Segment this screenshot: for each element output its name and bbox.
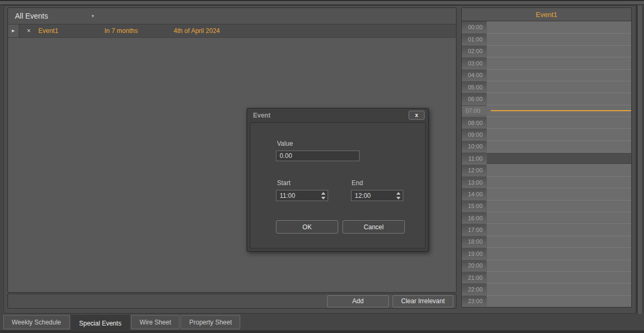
hour-row-21:00: 21:00 (462, 271, 631, 283)
hour-row-20:00: 20:00 (462, 260, 631, 271)
hour-label: 14:00 (462, 188, 486, 199)
end-time-field[interactable] (352, 190, 394, 201)
hour-cell[interactable] (486, 200, 631, 212)
hour-row-19:00: 19:00 (462, 247, 631, 259)
event-list-toolbar: Add Clear Irrelevant (7, 294, 456, 309)
hour-row-11:00: 11:00 (462, 152, 631, 164)
tab-property-sheet[interactable]: Property Sheet (181, 315, 240, 329)
hour-cell[interactable] (486, 21, 631, 33)
hour-cell[interactable] (486, 45, 631, 57)
end-spinner (394, 190, 403, 201)
hour-cell[interactable] (486, 295, 631, 307)
start-time-field[interactable] (276, 190, 319, 201)
hour-label: 12:00 (462, 164, 486, 176)
hour-row-06:00: 06:00 (462, 93, 631, 104)
spin-down-icon[interactable] (396, 197, 401, 199)
hour-cell[interactable] (486, 176, 631, 188)
hour-label: 01:00 (462, 33, 486, 45)
hour-label: 00:00 (462, 21, 486, 33)
dialog-body: Value Start End OK Cancel (250, 122, 426, 248)
hour-label: 13:00 (462, 176, 486, 188)
hour-row-00:00: 00:00 (462, 21, 631, 33)
hour-cell[interactable] (486, 164, 631, 176)
hour-cell[interactable] (486, 69, 631, 81)
hour-row-04:00: 04:00 (462, 69, 631, 81)
hour-row-08:00: 08:00 (462, 116, 631, 128)
hour-row-16:00: 16:00 (462, 212, 631, 223)
day-schedule-panel: Event1 07:00 00:0001:0002:0003:0004:0005… (461, 7, 632, 307)
hour-label: 20:00 (462, 260, 486, 271)
value-label: Value (277, 140, 293, 147)
day-grid: 07:00 00:0001:0002:0003:0004:0005:0006:0… (461, 21, 632, 307)
hour-row-09:00: 09:00 (462, 128, 631, 140)
start-time-stepper (276, 190, 328, 201)
hour-cell[interactable] (486, 247, 631, 259)
hour-label: 23:00 (462, 295, 486, 307)
hour-label: 15:00 (462, 200, 486, 212)
hour-label: 17:00 (462, 223, 486, 235)
hour-cell[interactable] (486, 212, 631, 223)
spin-down-icon[interactable] (321, 197, 325, 199)
top-toolbar-edge (0, 0, 644, 5)
hour-row-17:00: 17:00 (462, 223, 631, 235)
hour-label: 09:00 (462, 128, 486, 140)
tab-weekly-schedule[interactable]: Weekly Schedule (3, 315, 70, 329)
tab-wire-sheet[interactable]: Wire Sheet (131, 315, 180, 329)
hour-row-12:00: 12:00 (462, 164, 631, 176)
hour-label: 06:00 (462, 93, 486, 104)
hour-cell[interactable] (486, 93, 631, 104)
value-field[interactable] (276, 151, 360, 161)
clear-irrelevant-button[interactable]: Clear Irrelevant (393, 295, 453, 307)
event-filter-label: All Events (15, 12, 48, 20)
hour-label: 19:00 (462, 247, 486, 259)
hour-cell[interactable] (486, 236, 631, 247)
hour-cell[interactable] (486, 128, 631, 140)
hour-cell[interactable] (486, 57, 631, 69)
day-schedule-title: Event1 (461, 7, 632, 21)
hour-row-10:00: 10:00 (462, 140, 631, 152)
hour-row-03:00: 03:00 (462, 57, 631, 69)
hour-cell[interactable] (486, 116, 631, 128)
hour-row-23:00: 23:00 (462, 295, 631, 307)
hour-cell[interactable] (486, 152, 631, 164)
start-spinner (319, 190, 328, 201)
time-marker-line (486, 110, 631, 111)
view-tab-bar: Weekly ScheduleSpecial EventsWire SheetP… (3, 315, 240, 330)
hour-row-01:00: 01:00 (462, 33, 631, 45)
hour-cell[interactable] (486, 140, 631, 152)
ok-button[interactable]: OK (276, 220, 338, 234)
tab-special-events[interactable]: Special Events (71, 315, 130, 331)
end-label: End (352, 179, 363, 187)
end-time-stepper (351, 190, 403, 201)
hour-label: 22:00 (462, 283, 486, 295)
hour-row-13:00: 13:00 (462, 176, 631, 188)
hour-cell[interactable] (486, 271, 631, 283)
expand-row-icon[interactable]: ▶ (8, 24, 19, 37)
event-date-cell: 4th of April 2024 (174, 27, 456, 35)
spin-up-icon[interactable] (321, 192, 325, 195)
close-icon[interactable]: x (409, 111, 425, 120)
hour-cell[interactable] (486, 260, 631, 271)
event-filter-dropdown[interactable]: All Events ▼ (8, 8, 456, 24)
hour-label: 05:00 (462, 81, 486, 93)
delete-event-icon[interactable]: × (19, 27, 38, 35)
hour-label: 10:00 (462, 140, 486, 152)
hour-row-15:00: 15:00 (462, 200, 631, 212)
time-marker-tag[interactable]: 07:00 (462, 106, 491, 115)
hour-cell[interactable] (486, 223, 631, 235)
hour-label: 03:00 (462, 57, 486, 69)
hour-label: 16:00 (462, 212, 486, 223)
hour-cell[interactable] (486, 283, 631, 295)
event-list-row[interactable]: ▶ × Event1 In 7 months 4th of April 2024 (8, 24, 456, 38)
spin-up-icon[interactable] (396, 192, 401, 195)
event-dialog: Event x Value Start End OK Cancel (247, 108, 429, 252)
add-button[interactable]: Add (327, 295, 389, 307)
hour-cell[interactable] (486, 81, 631, 93)
chevron-down-icon: ▼ (91, 14, 95, 19)
cancel-button[interactable]: Cancel (343, 220, 405, 234)
hour-cell[interactable] (486, 33, 631, 45)
hour-cell[interactable] (486, 188, 631, 199)
hour-row-22:00: 22:00 (462, 283, 631, 295)
hour-row-05:00: 05:00 (462, 81, 631, 93)
hour-label: 02:00 (462, 45, 486, 57)
